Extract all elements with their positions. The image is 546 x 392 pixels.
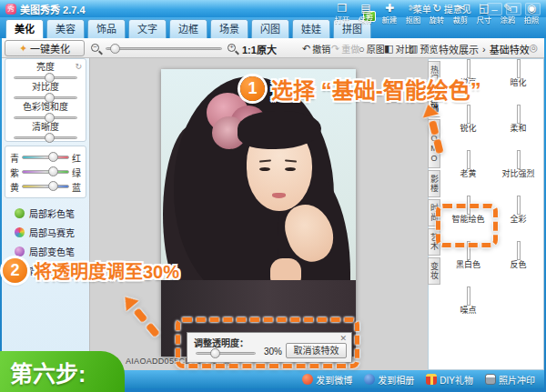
tab-doll[interactable]: 娃娃 (292, 19, 330, 38)
photo-image (161, 69, 356, 357)
gift-icon (426, 374, 437, 385)
doodle-button[interactable]: ✎涂鸦 (496, 2, 520, 25)
sharpness-group: 清晰度 (12, 122, 79, 139)
main-toolbar: ❒打开 ▤保存 ✚新建 ✄抠图 ↻旋转 ✂裁剪 ◱尺寸 ✎涂鸦 ◉拍照 (330, 2, 543, 25)
reset-icon[interactable]: ↻ (75, 62, 82, 72)
save-icon: ▤ (354, 2, 378, 15)
zoom-actual-size[interactable]: 1:1原大 (242, 42, 277, 56)
brightness-slider[interactable] (14, 76, 77, 79)
share-album-button[interactable]: 发到相册 (364, 373, 414, 387)
effect-black-white[interactable]: 黑白色 (443, 242, 493, 287)
yellow-blue-slider[interactable] (22, 185, 69, 188)
diy-gift-button[interactable]: DIY礼物 (426, 373, 473, 387)
basic-sliders-panel: 亮度↻ 对比度 色彩饱和度 清晰度 (5, 58, 86, 142)
step2-number-badge: 2 (3, 258, 27, 283)
effect-invert[interactable]: 反色 (493, 242, 543, 287)
effect-old-yellow[interactable]: 老黄 (443, 151, 493, 196)
cutout-button[interactable]: ✄抠图 (401, 2, 425, 25)
contrast-label: 对比度 (12, 82, 79, 92)
preview-icon: ▥ (409, 43, 418, 55)
open-folder-icon: ❒ (330, 2, 354, 15)
saturation-slider[interactable] (14, 116, 77, 119)
main-tabs: 美化 美容 饰品 文字 边框 场景 闪图 娃娃 拼图新 (5, 19, 371, 38)
contrast-group: 对比度 (12, 82, 79, 99)
step1-number-badge: 1 (240, 76, 265, 101)
effect-strong-contrast[interactable]: 对比强烈 (493, 151, 543, 196)
category-studio[interactable]: 影楼 (428, 170, 440, 197)
resize-button[interactable]: ◱尺寸 (472, 2, 496, 25)
yellow-blue-knob[interactable] (48, 181, 58, 191)
rotate-button[interactable]: ↻旋转 (425, 2, 449, 25)
effect-sharpen[interactable]: 锐化 (443, 106, 493, 151)
mosaic-icon (15, 227, 25, 237)
step2-text: 将透明度调至30% (34, 257, 179, 284)
tint-pen-icon (15, 246, 25, 256)
color-pen-icon (15, 208, 25, 218)
compare-icon: ◧ (384, 43, 393, 55)
effect-full-color[interactable]: 全彩 (493, 196, 543, 242)
sharpness-slider[interactable] (14, 136, 77, 139)
color-balance-panel: 青 红 紫 绿 黄 蓝 (5, 146, 86, 198)
local-color-pen-button[interactable]: 局部彩色笔 (7, 204, 87, 223)
tab-flash[interactable]: 闪图 (251, 19, 289, 38)
doodle-icon: ✎ (496, 2, 520, 15)
saturation-group: 色彩饱和度 (12, 102, 79, 119)
tab-cosmetology[interactable]: 美容 (46, 19, 85, 38)
annotation-step1: 1 选择 “基础-智能绘色” (240, 73, 481, 105)
camera-icon: ◉ (520, 2, 543, 15)
purple-green-knob[interactable] (48, 166, 58, 176)
main-tab-row: 美化 美容 饰品 文字 边框 场景 闪图 娃娃 拼图新 ❒打开 ▤保存 ✚新建 … (0, 17, 546, 38)
effects-breadcrumb: 特效展示›基础特效 (439, 42, 530, 56)
album-icon (364, 374, 375, 385)
auto-beautify-button[interactable]: ✦一键美化 (5, 40, 85, 56)
crop-button[interactable]: ✂裁剪 (449, 2, 472, 25)
crop-icon: ✂ (449, 2, 472, 15)
purple-green-slider[interactable] (22, 170, 69, 174)
magic-wand-icon: ✦ (19, 43, 27, 55)
cutout-icon: ✄ (401, 2, 425, 15)
zoom-slider[interactable] (106, 47, 222, 50)
new-button[interactable]: ✚新建 (378, 2, 401, 25)
sharpness-knob[interactable] (45, 133, 55, 143)
original-button[interactable]: ○原图 (359, 42, 385, 55)
local-mosaic-button[interactable]: 局部马赛克 (7, 223, 87, 242)
redo-icon: ↷ (331, 43, 339, 55)
tab-frame[interactable]: 边框 (169, 19, 207, 38)
purple-green-row: 紫 绿 (10, 165, 81, 179)
contrast-slider[interactable] (14, 96, 77, 99)
undo-button[interactable]: ↶撤销 (302, 42, 330, 55)
tab-scene[interactable]: 场景 (210, 19, 248, 38)
zoom-in-icon[interactable]: + (228, 44, 238, 54)
save-button[interactable]: ▤保存 (354, 2, 378, 25)
new-file-icon: ✚ (378, 2, 401, 15)
brightness-label: 亮度 (36, 62, 55, 72)
photo-print-button[interactable]: 照片冲印 (485, 373, 535, 387)
app-window: 秀 美图秀秀 2.7.4 菜单 提意见 │ ─ ❐ ✕ 美化 美容 饰品 文字 … (0, 0, 546, 392)
rotate-icon: ↻ (425, 2, 449, 15)
yellow-blue-row: 黄 蓝 (10, 179, 81, 194)
cyan-red-slider[interactable] (22, 156, 69, 159)
original-icon: ○ (359, 44, 365, 55)
camera-button[interactable]: ◉拍照 (520, 2, 543, 25)
open-button[interactable]: ❒打开 (330, 2, 354, 25)
annotation-step2: 2 将透明度调至30% (3, 257, 179, 284)
redo-button[interactable]: ↷重做 (331, 42, 359, 55)
app-title: 美图秀秀 2.7.4 (20, 2, 86, 16)
preview-button[interactable]: ▥预览 (409, 42, 438, 55)
tab-text[interactable]: 文字 (128, 19, 167, 38)
effects-settings-icon[interactable]: ◎ (529, 42, 538, 54)
share-weibo-button[interactable]: 发到微博 (302, 373, 352, 387)
tab-accessories[interactable]: 饰品 (87, 19, 126, 38)
app-logo-icon: 秀 (5, 4, 16, 15)
effect-soften[interactable]: 柔和 (493, 106, 543, 151)
cyan-red-knob[interactable] (48, 152, 58, 162)
brightness-group: 亮度↻ (12, 62, 79, 79)
tab-beautify[interactable]: 美化 (5, 19, 44, 38)
effect-darken[interactable]: 暗化 (493, 60, 543, 106)
category-makeover[interactable]: 变妆 (428, 257, 440, 285)
zoom-out-icon[interactable]: − (91, 44, 101, 54)
effect-noise[interactable]: 噪点 (443, 287, 493, 333)
zoom-slider-knob[interactable] (110, 44, 120, 54)
adjust-sidebar: 亮度↻ 对比度 色彩饱和度 清晰度 青 红 紫 (2, 58, 89, 370)
step-banner: 第六步: (0, 351, 125, 392)
